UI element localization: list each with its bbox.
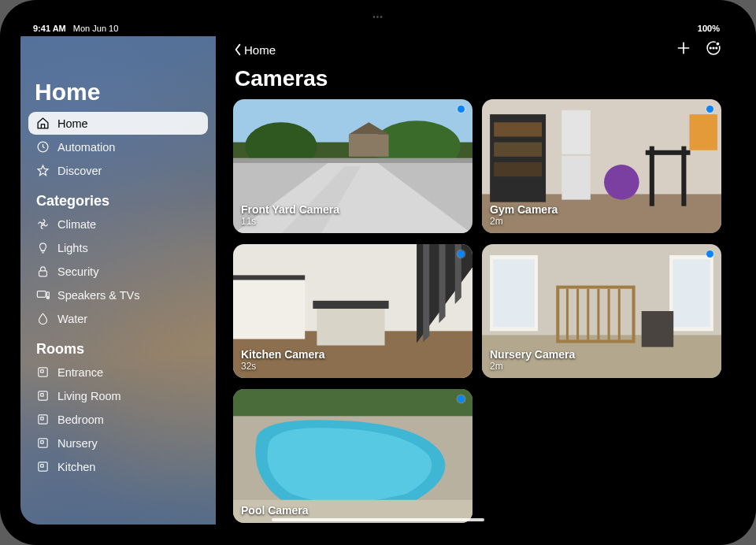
sidebar-item-automation[interactable]: Automation [28, 135, 208, 158]
svg-rect-28 [349, 134, 389, 156]
drop-icon [36, 312, 50, 325]
status-left: 9:41 AM Mon Jun 10 [33, 24, 118, 33]
svg-rect-46 [689, 114, 717, 150]
svg-marker-55 [439, 244, 445, 323]
live-dot-icon [458, 106, 465, 113]
nav-row: Home [233, 38, 721, 61]
live-dot-icon [706, 250, 713, 258]
sidebar-item-security[interactable]: Security [28, 260, 208, 283]
plus-icon [676, 40, 691, 56]
sidebar-item-label: Automation [57, 141, 115, 154]
svg-rect-60 [493, 259, 535, 327]
camera-time: 11s [241, 216, 339, 227]
camera-name: Front Yard Camera [241, 203, 339, 216]
svg-rect-70 [642, 311, 674, 347]
sidebar-item-label: Home [57, 117, 88, 130]
room-icon [36, 365, 50, 379]
camera-card-gym[interactable]: Gym Camera 2m [482, 99, 721, 233]
svg-rect-51 [317, 306, 384, 346]
svg-rect-5 [39, 271, 47, 276]
sidebar-item-kitchen[interactable]: Kitchen [28, 455, 208, 478]
sidebar-title: Home [35, 79, 202, 106]
svg-rect-9 [39, 368, 47, 376]
room-icon [36, 389, 50, 402]
more-button[interactable] [706, 40, 721, 59]
more-circle-icon [706, 40, 721, 56]
svg-rect-43 [650, 146, 654, 206]
svg-point-21 [713, 47, 714, 49]
svg-point-42 [604, 165, 639, 200]
camera-thumbnail [233, 389, 472, 523]
add-button[interactable] [676, 40, 691, 59]
battery-percent: 100% [698, 24, 720, 33]
status-time: 9:41 AM [33, 24, 66, 33]
back-label: Home [244, 43, 276, 57]
main-content: Home Cameras [216, 36, 736, 525]
home-indicator[interactable] [272, 518, 484, 521]
sidebar-item-label: Climate [57, 218, 96, 231]
tv-icon [36, 288, 50, 302]
svg-rect-39 [494, 162, 542, 176]
camera-card-pool[interactable]: Pool Camera [233, 389, 472, 523]
status-bar: 9:41 AM Mon Jun 10 100% [20, 20, 736, 36]
camera-time: 2m [490, 361, 575, 372]
svg-rect-45 [646, 150, 691, 155]
svg-rect-12 [41, 394, 44, 397]
sidebar-item-nursery[interactable]: Nursery [28, 432, 208, 454]
clock-icon [36, 140, 50, 154]
svg-rect-16 [41, 441, 44, 444]
sidebar-item-lights[interactable]: Lights [28, 236, 208, 259]
camera-time: 32s [241, 361, 325, 372]
sidebar-item-bedroom[interactable]: Bedroom [28, 408, 208, 431]
lock-icon [36, 265, 50, 278]
sidebar-item-climate[interactable]: Climate [28, 213, 208, 235]
sidebar-item-living-room[interactable]: Living Room [28, 384, 208, 407]
status-right: 100% [695, 24, 723, 33]
camera-card-kitchen[interactable]: Kitchen Camera 32s [233, 244, 472, 378]
page-title: Cameras [235, 66, 720, 91]
star-icon [36, 164, 50, 177]
sidebar: Home Home Automation [20, 36, 216, 525]
svg-point-23 [716, 42, 720, 46]
camera-overlay: Gym Camera 2m [490, 203, 558, 227]
svg-rect-11 [39, 391, 47, 400]
room-icon [36, 460, 50, 473]
svg-rect-15 [39, 439, 47, 447]
camera-name: Pool Camera [241, 504, 309, 517]
svg-point-8 [47, 297, 48, 298]
room-icon [36, 436, 50, 450]
sidebar-item-label: Speakers & TVs [57, 289, 140, 302]
camera-overlay: Pool Camera [241, 504, 309, 517]
svg-rect-38 [494, 143, 542, 157]
app-body: Home Home Automation [20, 36, 736, 525]
svg-rect-18 [41, 465, 44, 468]
sidebar-item-label: Entrance [57, 366, 103, 379]
sidebar-item-home[interactable]: Home [28, 112, 208, 135]
sidebar-item-label: Living Room [57, 390, 121, 402]
camera-time: 2m [490, 216, 558, 227]
camera-overlay: Nursery Camera 2m [490, 348, 575, 372]
sidebar-item-discover[interactable]: Discover [28, 159, 208, 182]
chevron-left-icon [233, 43, 243, 56]
sidebar-item-label: Kitchen [57, 461, 95, 473]
sidebar-item-entrance[interactable]: Entrance [28, 361, 208, 384]
live-dot-icon [706, 106, 713, 113]
rooms-header: Rooms [36, 341, 200, 358]
back-button[interactable]: Home [233, 43, 276, 57]
camera-overlay: Kitchen Camera 32s [241, 348, 325, 372]
categories-header: Categories [36, 193, 200, 209]
sidebar-item-speakers-tvs[interactable]: Speakers & TVs [28, 284, 208, 306]
camera-name: Gym Camera [490, 203, 558, 216]
sidebar-item-label: Discover [57, 165, 102, 177]
screen: 9:41 AM Mon Jun 10 100% Home [20, 20, 736, 525]
nav-actions [676, 40, 721, 59]
camera-grid: Front Yard Camera 11s [233, 99, 721, 525]
svg-rect-10 [41, 370, 44, 373]
svg-point-22 [716, 47, 717, 49]
camera-card-front-yard[interactable]: Front Yard Camera 11s [233, 99, 472, 233]
sidebar-item-water[interactable]: Water [28, 307, 208, 330]
sidebar-item-label: Bedroom [57, 413, 104, 426]
svg-rect-72 [233, 389, 472, 416]
live-dot-icon [458, 395, 465, 402]
camera-card-nursery[interactable]: Nursery Camera 2m [482, 244, 721, 378]
